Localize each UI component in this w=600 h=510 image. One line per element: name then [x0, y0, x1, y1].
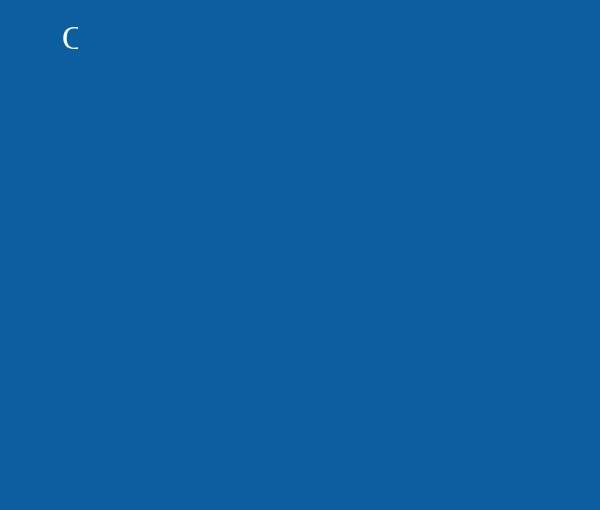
change-defaults-link[interactable]: Change defaults or choose other options — [78, 0, 600, 478]
